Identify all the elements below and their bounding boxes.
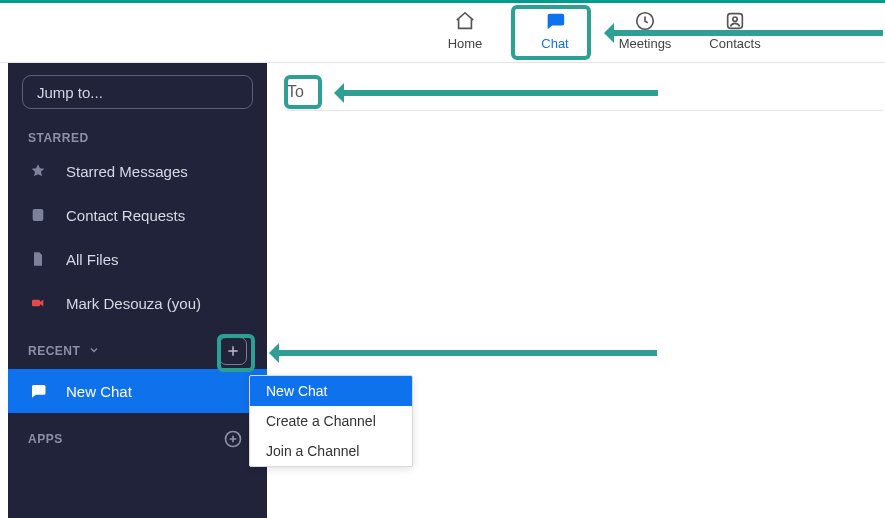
sidebar-item-contact-requests[interactable]: Contact Requests — [8, 193, 267, 237]
chat-bubble-icon — [28, 381, 48, 401]
nav-meetings[interactable]: Meetings — [600, 6, 690, 51]
compose-to-field[interactable]: To — [287, 73, 883, 111]
file-icon — [28, 249, 48, 269]
contacts-icon — [724, 10, 746, 32]
top-toolbar: Home Chat Meetings Contacts — [0, 0, 885, 63]
section-starred[interactable]: STARRED — [8, 119, 267, 149]
tool-accent-line — [0, 0, 885, 3]
ctx-item-label: New Chat — [266, 383, 327, 399]
ctx-create-channel[interactable]: Create a Channel — [250, 406, 412, 436]
section-starred-label: STARRED — [28, 131, 89, 145]
home-icon — [454, 10, 476, 32]
ctx-join-channel[interactable]: Join a Channel — [250, 436, 412, 466]
nav-home[interactable]: Home — [420, 6, 510, 51]
sidebar-item-label: New Chat — [66, 383, 132, 400]
nav-meetings-label: Meetings — [619, 36, 672, 51]
jump-to-placeholder: Jump to... — [37, 84, 103, 101]
sidebar-item-starred-messages[interactable]: Starred Messages — [8, 149, 267, 193]
compose-to-label: To — [287, 83, 304, 101]
section-apps-label: APPS — [28, 432, 63, 446]
contact-request-icon — [28, 205, 48, 225]
sidebar-item-me[interactable]: Mark Desouza (you) — [8, 281, 267, 325]
clock-icon — [634, 10, 656, 32]
sidebar-item-label: Starred Messages — [66, 163, 188, 180]
nav-home-label: Home — [448, 36, 483, 51]
sidebar-item-label: Mark Desouza (you) — [66, 295, 201, 312]
ctx-item-label: Join a Channel — [266, 443, 359, 459]
sidebar-item-label: All Files — [66, 251, 119, 268]
sidebar-item-new-chat[interactable]: New Chat — [8, 369, 267, 413]
nav-items: Home Chat Meetings Contacts — [420, 6, 780, 51]
ctx-item-label: Create a Channel — [266, 413, 376, 429]
sidebar-item-label: Contact Requests — [66, 207, 185, 224]
jump-to-input[interactable]: Jump to... — [22, 75, 253, 109]
nav-chat-label: Chat — [541, 36, 568, 51]
svg-rect-4 — [32, 300, 40, 307]
chevron-down-icon — [88, 344, 100, 359]
nav-chat[interactable]: Chat — [510, 6, 600, 51]
nav-contacts[interactable]: Contacts — [690, 6, 780, 51]
star-icon — [28, 161, 48, 181]
sidebar: Jump to... STARRED Starred Messages Cont… — [8, 63, 267, 518]
chat-icon — [544, 10, 566, 32]
svg-point-2 — [733, 17, 737, 21]
svg-rect-3 — [33, 209, 44, 221]
nav-contacts-label: Contacts — [709, 36, 760, 51]
ctx-new-chat[interactable]: New Chat — [250, 376, 412, 406]
section-recent-label: RECENT — [28, 344, 80, 358]
section-apps[interactable]: APPS — [8, 413, 267, 457]
video-icon — [28, 293, 48, 313]
recent-context-menu: New Chat Create a Channel Join a Channel — [249, 375, 413, 467]
section-recent[interactable]: RECENT — [8, 325, 267, 369]
sidebar-item-all-files[interactable]: All Files — [8, 237, 267, 281]
recent-add-button[interactable] — [219, 337, 247, 365]
apps-add-button[interactable] — [219, 425, 247, 453]
